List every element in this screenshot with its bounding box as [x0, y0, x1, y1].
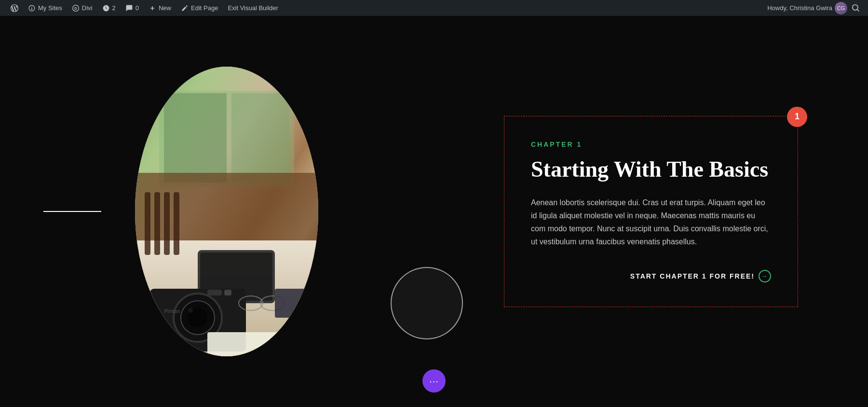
decorative-line — [43, 211, 101, 212]
cta-arrow-icon: → — [759, 270, 771, 282]
admin-bar: My Sites D Divi 2 0 New Edit Page Exit V… — [0, 0, 868, 16]
svg-rect-19 — [207, 290, 222, 295]
decorative-circle — [391, 267, 463, 339]
floating-menu-button[interactable]: ··· — [422, 369, 446, 393]
svg-rect-8 — [145, 192, 150, 255]
svg-rect-9 — [154, 192, 160, 255]
user-avatar[interactable]: CG — [835, 2, 847, 14]
my-sites-label: My Sites — [38, 4, 62, 12]
admin-bar-right: Howdy, Christina Gwira CG — [767, 2, 862, 14]
start-chapter-link[interactable]: START CHAPTER 1 FOR FREE! → — [630, 270, 771, 282]
cta-label: START CHAPTER 1 FOR FREE! — [630, 272, 755, 280]
oval-image-container: Pentax — [135, 67, 318, 356]
wordpress-logo[interactable] — [6, 0, 23, 16]
comments-menu[interactable]: 0 — [121, 0, 144, 16]
svg-rect-4 — [164, 93, 227, 182]
svg-point-18 — [188, 308, 193, 313]
divi-label: Divi — [82, 4, 93, 12]
user-initial: CG — [837, 5, 845, 11]
svg-text:D: D — [74, 6, 77, 11]
new-label: New — [159, 4, 171, 12]
svg-rect-5 — [231, 93, 289, 182]
exit-visual-builder-button[interactable]: Exit Visual Builder — [223, 0, 283, 16]
svg-rect-25 — [207, 332, 304, 356]
svg-rect-20 — [224, 290, 231, 295]
chapter-body: Aenean lobortis scelerisque dui. Cras ut… — [531, 196, 771, 249]
exit-builder-label: Exit Visual Builder — [228, 4, 278, 12]
updates-count: 2 — [112, 4, 116, 12]
chapter-image: Pentax — [135, 67, 318, 356]
divi-menu[interactable]: D Divi — [67, 0, 97, 16]
right-section: 1 CHAPTER 1 Starting With The Basics Aen… — [434, 16, 868, 407]
updates-menu[interactable]: 2 — [97, 0, 121, 16]
chapter-badge: 1 — [787, 107, 807, 127]
new-content-menu[interactable]: New — [144, 0, 176, 16]
chapter-title: Starting With The Basics — [531, 157, 771, 182]
chapter-card: 1 CHAPTER 1 Starting With The Basics Aen… — [504, 116, 798, 308]
main-content: Pentax 1 CHAPTER 1 — [0, 16, 868, 407]
greeting-text: Howdy, Christina Gwira — [767, 4, 832, 12]
chapter-label: CHAPTER 1 — [531, 140, 771, 148]
chapter-cta: START CHAPTER 1 FOR FREE! → — [531, 270, 771, 282]
search-icon[interactable] — [850, 2, 862, 14]
svg-rect-11 — [174, 192, 179, 255]
badge-number: 1 — [795, 112, 800, 122]
comments-count: 0 — [136, 4, 139, 12]
dots-icon: ··· — [429, 376, 439, 387]
svg-rect-26 — [275, 289, 313, 318]
edit-page-label: Edit Page — [191, 4, 218, 12]
edit-page-button[interactable]: Edit Page — [176, 0, 223, 16]
svg-text:Pentax: Pentax — [163, 308, 180, 314]
svg-rect-10 — [164, 192, 170, 255]
left-section: Pentax — [0, 16, 434, 407]
my-sites-menu[interactable]: My Sites — [23, 0, 67, 16]
arrow-symbol: → — [761, 272, 769, 280]
